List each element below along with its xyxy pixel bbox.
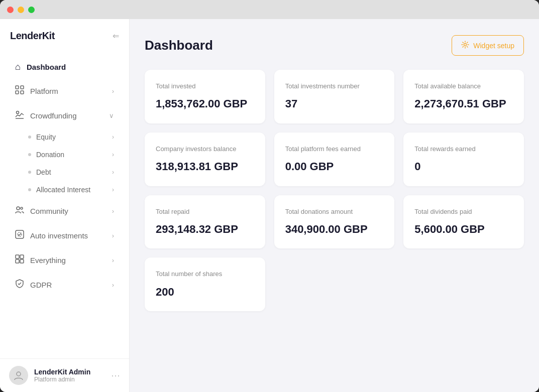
sidebar-nav: ⌂ Dashboard Platform › [0,51,129,358]
svg-rect-3 [21,91,24,94]
stat-value: 1,853,762.00 GBP [156,97,254,111]
sidebar-item-auto-investments[interactable]: Auto investments › [5,224,124,247]
widget-setup-button[interactable]: Widget setup [452,35,524,56]
svg-rect-10 [20,255,24,258]
stat-value: 0.00 GBP [285,160,384,174]
stat-card-total-platform-fees-earned: Total platform fees earned 0.00 GBP [274,133,395,186]
sidebar-sub-item-label: Equity [36,133,56,141]
sidebar-sub-item-allocated-interest[interactable]: Allocated Interest › [5,181,124,198]
home-icon: ⌂ [15,62,21,72]
sidebar-collapse-button[interactable]: ⇐ [113,31,119,41]
svg-rect-0 [16,86,19,89]
sidebar-logo-area: LenderKit ⇐ [0,19,129,51]
sidebar-item-crowdfunding[interactable]: Crowdfunding ∨ [5,104,124,127]
close-button[interactable] [7,7,14,13]
svg-rect-2 [16,91,19,94]
everything-icon [15,254,24,266]
stat-card-total-available-balance: Total available balance 2,273,670.51 GBP [403,70,524,123]
bullet-icon [28,171,31,174]
crowdfunding-icon [15,110,24,121]
stat-card-total-dividends-paid: Total dividends paid 5,600.00 GBP [403,195,524,249]
auto-investments-icon [15,230,24,241]
stat-value: 293,148.32 GBP [156,222,254,237]
app-body: LenderKit ⇐ ⌂ Dashboard [0,19,539,392]
svg-point-13 [17,372,21,376]
stat-label: Total invested [156,82,254,91]
sidebar-sub-item-donation[interactable]: Donation › [5,146,124,163]
main-header: Dashboard Widget setup [145,35,524,56]
sidebar-item-label: GDPR [30,281,52,289]
stat-value: 318,913.81 GBP [156,160,254,174]
chevron-right-icon: › [112,186,114,193]
stat-label: Total donations amount [285,207,384,216]
sidebar-item-gdpr[interactable]: GDPR › [5,273,124,297]
sidebar-item-community[interactable]: Community › [5,199,124,223]
stat-card-total-donations-amount: Total donations amount 340,900.00 GBP [274,195,395,249]
chevron-right-icon: › [112,169,114,176]
svg-point-5 [17,207,20,210]
stat-label: Total investments number [285,82,384,91]
stat-card-company-investors-balance: Company investors balance 318,913.81 GBP [145,133,265,186]
bullet-icon [28,188,31,191]
stat-value: 340,900.00 GBP [285,222,384,237]
stat-card-total-repaid: Total repaid 293,148.32 GBP [145,195,265,249]
stat-value: 2,273,670.51 GBP [414,97,513,111]
community-icon [15,205,24,217]
sidebar: LenderKit ⇐ ⌂ Dashboard [0,19,130,392]
main-content: Dashboard Widget setup Total invested 1,… [130,19,539,392]
sidebar-item-label: Dashboard [27,63,66,71]
user-info: LenderKit Admin Platform admin [34,368,105,383]
chevron-right-icon: › [112,207,114,215]
sidebar-item-platform[interactable]: Platform › [5,79,124,103]
chevron-right-icon: › [112,151,114,158]
minimize-button[interactable] [18,7,24,13]
stat-card-total-investments-number: Total investments number 37 [274,70,395,123]
bullet-icon [28,153,31,156]
sidebar-footer: LenderKit Admin Platform admin ⋯ [0,358,129,392]
sidebar-sub-item-label: Allocated Interest [36,186,90,194]
stat-label: Total number of shares [156,270,254,279]
stat-value: 5,600.00 GBP [414,222,513,237]
stat-card-total-rewards-earned: Total rewards earned 0 [403,133,524,186]
sidebar-item-label: Community [30,207,68,215]
chevron-right-icon: › [112,232,114,239]
stat-label: Total available balance [414,82,513,91]
sidebar-item-dashboard[interactable]: ⌂ Dashboard [5,56,124,78]
gear-icon [461,41,469,50]
chevron-right-icon: › [112,281,114,289]
sidebar-sub-item-equity[interactable]: Equity › [5,128,124,146]
user-menu-button[interactable]: ⋯ [111,370,120,381]
app-window: LenderKit ⇐ ⌂ Dashboard [0,0,539,392]
stat-card-total-invested: Total invested 1,853,762.00 GBP [145,70,265,123]
user-name: LenderKit Admin [34,368,105,376]
sidebar-item-everything[interactable]: Everything › [5,248,124,272]
user-role: Platform admin [34,376,105,383]
sidebar-item-label: Auto investments [30,231,88,240]
sidebar-item-label: Crowdfunding [30,111,77,120]
stat-label: Total repaid [156,207,254,216]
sidebar-sub-item-label: Donation [36,151,64,159]
sidebar-item-label: Platform [30,87,58,95]
stats-grid: Total invested 1,853,762.00 GBP Total in… [145,70,524,311]
stat-label: Company investors balance [156,145,254,154]
sidebar-sub-item-debt[interactable]: Debt › [5,164,124,181]
sidebar-sub-item-label: Debt [36,168,51,176]
stat-value: 200 [156,285,254,300]
titlebar [0,0,539,19]
svg-point-14 [464,44,467,46]
svg-rect-1 [21,86,24,89]
stat-value: 0 [414,160,513,174]
gdpr-icon [15,279,24,291]
bullet-icon [28,136,31,139]
stat-card-total-number-of-shares: Total number of shares 200 [145,257,265,311]
svg-rect-9 [16,255,19,258]
chevron-right-icon: › [112,256,114,264]
widget-setup-label: Widget setup [473,42,514,50]
sidebar-item-label: Everything [30,256,66,265]
stat-label: Total platform fees earned [285,145,384,154]
maximize-button[interactable] [28,7,35,13]
page-title: Dashboard [145,38,213,53]
logo-text: LenderKit [10,30,55,42]
stat-value: 37 [285,97,384,111]
svg-point-4 [17,111,19,114]
